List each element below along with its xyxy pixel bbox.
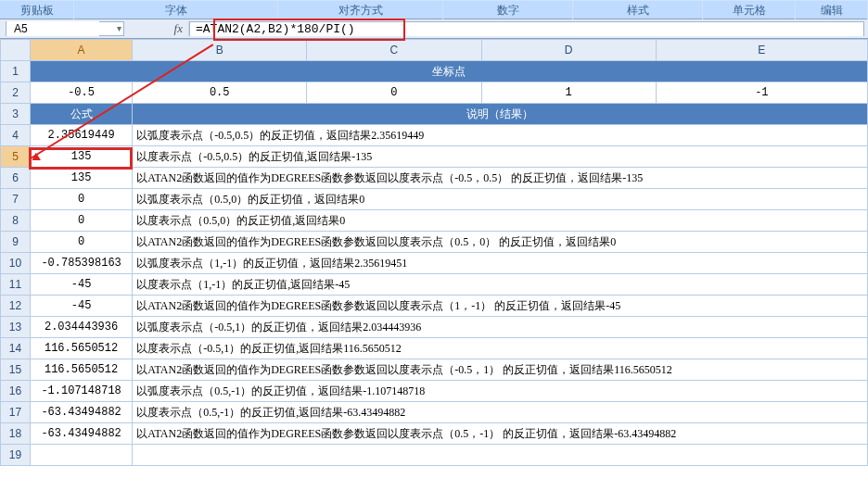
cell-d2[interactable]: 1 [481,82,656,104]
cell-a8[interactable]: 0 [31,210,133,232]
cell-a11[interactable]: -45 [31,274,133,296]
cell-a6[interactable]: 135 [31,168,133,189]
row-1: 1 坐标点 [1,61,868,82]
cell-a10[interactable]: -0.785398163 [31,253,133,274]
name-box-dropdown-icon[interactable]: ▾ [117,23,121,33]
cell-a18[interactable]: -63.43494882 [31,423,133,445]
row-18: 18-63.43494882以ATAN2函数返回的值作为DEGREES函数参数返… [1,423,868,445]
ribbon-group-font[interactable]: 字体 [74,1,278,19]
cell-c2[interactable]: 0 [307,82,481,104]
formula-input[interactable] [190,23,863,36]
cell-a4[interactable]: 2.35619449 [31,125,133,146]
row-header-12[interactable]: 12 [1,296,31,317]
row-header-8[interactable]: 8 [1,210,31,232]
row-header-9[interactable]: 9 [1,232,31,253]
row-header-15[interactable]: 15 [1,359,31,381]
row-8: 80以度表示点（0.5,0）的反正切值,返回结果0 [1,210,868,232]
ribbon-group-number[interactable]: 数字 [443,1,573,19]
cell-b8-merged-desc[interactable]: 以度表示点（0.5,0）的反正切值,返回结果0 [133,210,868,232]
row-15: 15116.5650512以ATAN2函数返回的值作为DEGREES函数参数返回… [1,359,868,381]
row-header-5[interactable]: 5 [1,146,31,168]
col-header-e[interactable]: E [656,40,867,61]
insert-function-button[interactable]: fx [124,21,189,36]
fx-icon: fx [174,21,183,36]
row-6: 6135以ATAN2函数返回的值作为DEGREES函数参数返回以度表示点（-0.… [1,168,868,189]
ribbon-group-styles[interactable]: 样式 [573,1,703,19]
cell-a2[interactable]: -0.5 [31,82,133,104]
grid-table[interactable]: A B C D E 1 坐标点 2 -0.5 0.5 0 1 -1 3 公式 说… [0,39,868,466]
row-header-16[interactable]: 16 [1,381,31,402]
cell-b19[interactable] [133,445,868,466]
cell-b7-merged-desc[interactable]: 以弧度表示点（0.5,0）的反正切值，返回结果0 [133,189,868,210]
cell-a9[interactable]: 0 [31,232,133,253]
ribbon-group-cells[interactable]: 单元格 [703,1,796,19]
ribbon-group-alignment[interactable]: 对齐方式 [278,1,443,19]
cell-b11-merged-desc[interactable]: 以度表示点（1,-1）的反正切值,返回结果-45 [133,274,868,296]
cell-b10-merged-desc[interactable]: 以弧度表示点（1,-1）的反正切值，返回结果2.35619451 [133,253,868,274]
row-13: 132.034443936以弧度表示点（-0.5,1）的反正切值，返回结果2.0… [1,317,868,338]
row-header-4[interactable]: 4 [1,125,31,146]
cell-b9-merged-desc[interactable]: 以ATAN2函数返回的值作为DEGREES函数参数返回以度表示点（0.5，0） … [133,232,868,253]
cell-b16-merged-desc[interactable]: 以弧度表示点（0.5,-1）的反正切值，返回结果-1.107148718 [133,381,868,402]
row-5: 5135以度表示点（-0.5,0.5）的反正切值,返回结果-135 [1,146,868,168]
cell-b5-merged-desc[interactable]: 以度表示点（-0.5,0.5）的反正切值,返回结果-135 [133,146,868,168]
select-all-corner[interactable] [1,40,31,61]
cell-b1-merged-banner[interactable]: 坐标点 [31,61,868,82]
col-header-b[interactable]: B [133,40,307,61]
row-header-19[interactable]: 19 [1,445,31,466]
row-9: 90以ATAN2函数返回的值作为DEGREES函数参数返回以度表示点（0.5，0… [1,232,868,253]
cell-b17-merged-desc[interactable]: 以度表示点（0.5,-1）的反正切值,返回结果-63.43494882 [133,402,868,423]
column-header-row: A B C D E [1,40,868,61]
cell-b6-merged-desc[interactable]: 以ATAN2函数返回的值作为DEGREES函数参数返回以度表示点（-0.5，0.… [133,168,868,189]
cell-a12[interactable]: -45 [31,296,133,317]
row-header-1[interactable]: 1 [1,61,31,82]
row-11: 11-45以度表示点（1,-1）的反正切值,返回结果-45 [1,274,868,296]
row-header-10[interactable]: 10 [1,253,31,274]
row-header-13[interactable]: 13 [1,317,31,338]
cell-e2[interactable]: -1 [656,82,867,104]
row-header-6[interactable]: 6 [1,168,31,189]
row-header-2[interactable]: 2 [1,82,31,104]
cell-a15[interactable]: 116.5650512 [31,359,133,381]
cell-a16[interactable]: -1.107148718 [31,381,133,402]
cell-b18-merged-desc[interactable]: 以ATAN2函数返回的值作为DEGREES函数参数返回以度表示点（0.5，-1）… [133,423,868,445]
cell-b12-merged-desc[interactable]: 以ATAN2函数返回的值作为DEGREES函数参数返回以度表示点（1，-1） 的… [133,296,868,317]
row-2: 2 -0.5 0.5 0 1 -1 [1,82,868,104]
cell-a13[interactable]: 2.034443936 [31,317,133,338]
cell-a19[interactable] [31,445,133,466]
row-header-14[interactable]: 14 [1,338,31,359]
cell-a17[interactable]: -63.43494882 [31,402,133,423]
row-header-11[interactable]: 11 [1,274,31,296]
row-header-7[interactable]: 7 [1,189,31,210]
cell-b13-merged-desc[interactable]: 以弧度表示点（-0.5,1）的反正切值，返回结果2.034443936 [133,317,868,338]
cell-b4-merged-desc[interactable]: 以弧度表示点（-0.5,0.5）的反正切值，返回结果2.35619449 [133,125,868,146]
col-header-c[interactable]: C [307,40,481,61]
name-box[interactable]: ▾ [6,21,124,36]
cell-a3-label[interactable]: 公式 [31,104,133,125]
row-header-3[interactable]: 3 [1,104,31,125]
row-3: 3 公式 说明（结果） [1,104,868,125]
row-header-18[interactable]: 18 [1,423,31,445]
cell-a7[interactable]: 0 [31,189,133,210]
ribbon-group-editing[interactable]: 编辑 [796,1,868,19]
worksheet[interactable]: A B C D E 1 坐标点 2 -0.5 0.5 0 1 -1 3 公式 说… [0,39,868,491]
cell-b2[interactable]: 0.5 [133,82,307,104]
cell-a5[interactable]: 135 [31,146,133,168]
row-10: 10-0.785398163以弧度表示点（1,-1）的反正切值，返回结果2.35… [1,253,868,274]
cell-b3-merged-banner[interactable]: 说明（结果） [133,104,868,125]
row-header-17[interactable]: 17 [1,402,31,423]
row-17: 17-63.43494882以度表示点（0.5,-1）的反正切值,返回结果-63… [1,402,868,423]
formula-input-wrap[interactable] [189,21,864,36]
cell-b14-merged-desc[interactable]: 以度表示点（-0.5,1）的反正切值,返回结果116.5650512 [133,338,868,359]
row-12: 12-45以ATAN2函数返回的值作为DEGREES函数参数返回以度表示点（1，… [1,296,868,317]
cell-b15-merged-desc[interactable]: 以ATAN2函数返回的值作为DEGREES函数参数返回以度表示点（-0.5，1）… [133,359,868,381]
cell-a14[interactable]: 116.5650512 [31,338,133,359]
row-7: 70以弧度表示点（0.5,0）的反正切值，返回结果0 [1,189,868,210]
col-header-d[interactable]: D [481,40,656,61]
ribbon-group-clipboard[interactable]: 剪贴板 [0,1,74,19]
row-19: 19 [1,445,868,466]
col-header-a[interactable]: A [31,40,133,61]
row-16: 16-1.107148718以弧度表示点（0.5,-1）的反正切值，返回结果-1… [1,381,868,402]
name-box-input[interactable] [6,21,99,36]
row-14: 14116.5650512以度表示点（-0.5,1）的反正切值,返回结果116.… [1,338,868,359]
